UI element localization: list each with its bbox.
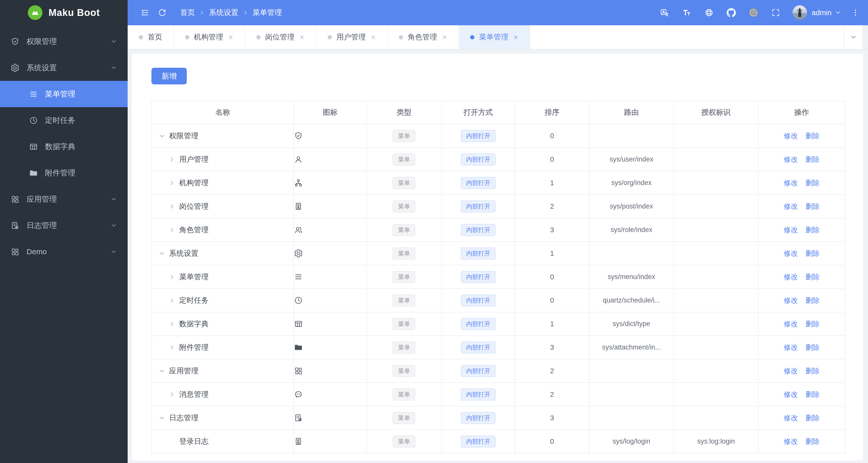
delete-link[interactable]: 删除	[806, 320, 820, 328]
edit-link[interactable]: 修改	[784, 273, 798, 281]
delete-link[interactable]: 删除	[806, 226, 820, 234]
edit-link[interactable]: 修改	[784, 226, 798, 234]
scrollbar-track[interactable]	[862, 25, 868, 49]
tree-expand-icon[interactable]	[168, 227, 175, 233]
edit-link[interactable]: 修改	[784, 391, 798, 398]
close-icon[interactable]	[299, 34, 305, 40]
tree-expand-icon[interactable]	[168, 391, 175, 398]
close-icon[interactable]	[513, 34, 519, 40]
delete-link[interactable]: 删除	[806, 132, 820, 140]
translate-button[interactable]	[653, 8, 676, 17]
sidebar-item-schedule[interactable]: 定时任务	[0, 107, 128, 133]
close-icon[interactable]	[228, 34, 234, 40]
edit-link[interactable]: 修改	[784, 414, 798, 422]
sidebar-item-label: 应用管理	[27, 194, 111, 205]
edit-link[interactable]: 修改	[784, 343, 798, 351]
route-value: sys/user/index	[589, 148, 674, 171]
tab-menu[interactable]: 菜单管理	[459, 25, 530, 49]
delete-link[interactable]: 删除	[806, 273, 820, 281]
sidebar-item-system[interactable]: 系统设置	[0, 55, 128, 81]
delete-link[interactable]: 删除	[806, 343, 820, 351]
sort-value: 3	[515, 336, 589, 359]
tree-expand-icon[interactable]	[168, 344, 175, 351]
delete-link[interactable]: 删除	[806, 437, 820, 445]
tab-dot	[470, 35, 474, 39]
tab-dot	[399, 35, 403, 39]
delete-link[interactable]: 删除	[806, 155, 820, 163]
tree-expand-icon[interactable]	[168, 180, 175, 186]
menu-fold-icon[interactable]	[136, 8, 153, 17]
type-tag: 菜单	[393, 412, 415, 424]
delete-link[interactable]: 删除	[806, 414, 820, 422]
sidebar-item-label: 系统设置	[27, 63, 111, 73]
menu-name: 数据字典	[179, 319, 209, 329]
delete-link[interactable]: 删除	[806, 249, 820, 257]
add-button[interactable]: 新增	[151, 68, 187, 84]
tree-expand-icon[interactable]	[168, 203, 175, 210]
tree-expand-icon[interactable]	[168, 321, 175, 327]
route-value: sys/log/login	[589, 430, 674, 453]
font-size-button[interactable]	[676, 8, 698, 17]
edit-link[interactable]: 修改	[784, 367, 798, 375]
tab-dropdown-icon[interactable]	[844, 25, 862, 49]
edit-link[interactable]: 修改	[784, 155, 798, 163]
edit-link[interactable]: 修改	[784, 320, 798, 328]
tree-expand-icon[interactable]	[168, 274, 175, 280]
edit-link[interactable]: 修改	[784, 132, 798, 140]
sidebar-item-dict[interactable]: 数据字典	[0, 133, 128, 160]
breadcrumb-item[interactable]: 首页	[179, 7, 196, 18]
sidebar-item-menu[interactable]: 菜单管理	[0, 81, 128, 107]
globe-button[interactable]	[698, 8, 720, 17]
delete-link[interactable]: 删除	[806, 203, 820, 210]
username[interactable]: admin	[812, 9, 832, 17]
tab-home[interactable]: 首页	[128, 25, 174, 49]
type-tag: 菜单	[393, 130, 415, 142]
avatar[interactable]	[793, 5, 807, 20]
refresh-icon[interactable]	[153, 8, 170, 17]
more-menu-icon[interactable]	[851, 9, 859, 17]
sidebar-item-attachment[interactable]: 附件管理	[0, 160, 128, 186]
type-tag: 菜单	[393, 200, 415, 213]
delete-link[interactable]: 删除	[806, 367, 820, 375]
edit-link[interactable]: 修改	[784, 249, 798, 257]
sidebar-item-label: 定时任务	[45, 115, 117, 126]
tree-collapse-icon[interactable]	[158, 368, 165, 374]
breadcrumb-item[interactable]: 系统设置	[208, 7, 239, 18]
sidebar-item-permission[interactable]: 权限管理	[0, 28, 128, 55]
open-mode-tag: 内部打开	[461, 224, 496, 236]
tree-collapse-icon[interactable]	[158, 250, 165, 257]
sidebar-item-app[interactable]: 应用管理	[0, 186, 128, 212]
tree-expand-icon[interactable]	[168, 297, 175, 304]
breadcrumb-item[interactable]: 菜单管理	[251, 7, 283, 18]
tab-org[interactable]: 机构管理	[174, 25, 245, 49]
github-button[interactable]	[720, 8, 742, 17]
delete-link[interactable]: 删除	[806, 391, 820, 398]
tree-collapse-icon[interactable]	[158, 133, 165, 139]
edit-link[interactable]: 修改	[784, 179, 798, 187]
gear-icon	[11, 63, 20, 72]
table-row-dict: 数据字典菜单内部打开1sys/dict/type修改删除	[152, 312, 845, 336]
tab-role[interactable]: 角色管理	[388, 25, 459, 49]
close-icon[interactable]	[442, 34, 447, 40]
gitee-button[interactable]	[742, 8, 765, 17]
open-mode-tag: 内部打开	[461, 318, 496, 330]
delete-link[interactable]: 删除	[806, 179, 820, 187]
chevron-down-icon	[111, 38, 117, 45]
content-area: 新增 名称图标类型打开方式排序路由授权标识操作 权限管理菜单内部打开0修改删除用…	[128, 50, 868, 463]
edit-link[interactable]: 修改	[784, 437, 798, 445]
edit-link[interactable]: 修改	[784, 203, 798, 210]
delete-link[interactable]: 删除	[806, 297, 820, 304]
tree-collapse-icon[interactable]	[158, 415, 165, 421]
tree-expand-icon[interactable]	[168, 156, 175, 163]
font-size-icon	[682, 8, 691, 17]
sidebar-item-demo[interactable]: Demo	[0, 239, 128, 265]
chevron-down-icon[interactable]	[835, 9, 841, 16]
tab-post[interactable]: 岗位管理	[245, 25, 316, 49]
tab-user[interactable]: 用户管理	[316, 25, 388, 49]
chevron-down-icon	[111, 222, 117, 229]
fullscreen-button[interactable]	[765, 8, 787, 17]
close-icon[interactable]	[370, 34, 376, 40]
menu-name: 附件管理	[179, 342, 209, 352]
edit-link[interactable]: 修改	[784, 297, 798, 304]
sidebar-item-log[interactable]: 日志管理	[0, 212, 128, 239]
